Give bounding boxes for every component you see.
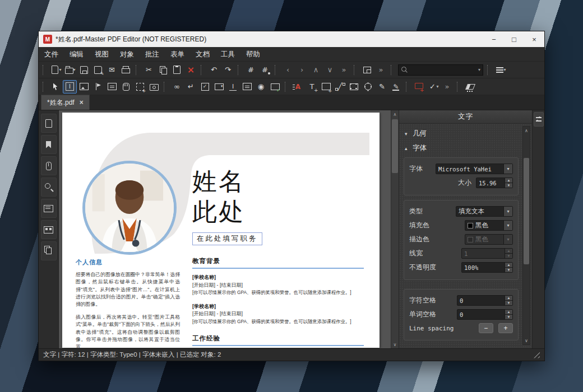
draw-line-tool-button[interactable]: ╱ <box>333 80 347 94</box>
geometry-section-header[interactable]: ▾ 几何 <box>405 129 532 138</box>
save-as-button[interactable] <box>91 63 105 77</box>
spinner-arrows[interactable]: ▲▼ <box>505 178 512 188</box>
job-title-field[interactable]: 在此处填写职务 <box>192 232 262 245</box>
add-image-tool-button[interactable] <box>319 80 333 94</box>
previous-page-button[interactable]: ‹ <box>281 63 295 77</box>
open-file-button[interactable]: ▾ <box>63 63 77 77</box>
search-box[interactable]: ▾ <box>398 64 483 76</box>
search-dropdown-caret[interactable]: ▾ <box>478 67 480 72</box>
text-field-tool-button[interactable]: I <box>226 80 240 94</box>
document-viewport[interactable]: 姓名 此处 在此处填写职务 个人信息 想要将自己的图像放在圆圈中？非常简单！选择… <box>59 110 399 348</box>
search-panel-button[interactable] <box>41 178 57 197</box>
panel-scroll-up-arrow[interactable]: ∧ <box>523 127 530 134</box>
menu-item[interactable]: 文件 <box>39 47 64 62</box>
add-text-tool-button[interactable]: T <box>305 80 319 94</box>
fill-color-select[interactable]: 黑色 ▾ <box>465 220 513 231</box>
word-spacing-stepper[interactable]: 0 ▲▼ <box>457 309 513 320</box>
select-tool-button[interactable] <box>49 80 63 94</box>
personal-info-paragraph-2[interactable]: 插入图像后，再次将其选中。转至"图片工具格式"菜单。单击"裁剪"下面的向下箭头，… <box>76 314 180 348</box>
form-fields-panel-button[interactable] <box>41 199 57 218</box>
page-down-button[interactable]: ∨ <box>323 63 337 77</box>
pages-panel-button[interactable] <box>41 114 57 133</box>
snapshot-tool-button[interactable] <box>147 80 161 94</box>
radio-button-field-tool-button[interactable]: ◉ <box>254 80 268 94</box>
scroll-down-arrow[interactable]: ∨ <box>391 340 399 348</box>
education-entry[interactable]: [学校名称] [开始日期] - [结束日期] [你可以尽情展示你的 GPA、获得… <box>192 274 364 296</box>
undo-button[interactable]: ↶ <box>207 63 221 77</box>
toolbar-overflow-button[interactable]: » <box>440 80 454 94</box>
menu-item[interactable]: 表单 <box>165 47 190 62</box>
search-input[interactable] <box>409 67 478 73</box>
edit-text-tool-button[interactable]: I <box>63 80 77 94</box>
menu-item[interactable]: 视图 <box>89 47 114 62</box>
menu-item[interactable]: 批注 <box>140 47 165 62</box>
font-family-select[interactable]: Microsoft YaHei ▾ <box>436 164 513 174</box>
copy-button[interactable] <box>156 63 170 77</box>
pencil-tool-button[interactable]: ✎ <box>375 80 389 94</box>
signature-tool-button[interactable]: ✎ <box>389 80 403 94</box>
cut-button[interactable]: ✂ <box>142 63 156 77</box>
personal-info-heading[interactable]: 个人信息 <box>76 258 180 267</box>
hand-tool-button[interactable] <box>119 80 133 94</box>
next-page-button[interactable]: › <box>295 63 309 77</box>
toolbar-overflow-button[interactable]: » <box>374 63 388 77</box>
font-size-stepper[interactable]: 15.96 ▲▼ <box>476 178 513 188</box>
toolbar-overflow-button[interactable]: » <box>337 63 351 77</box>
pdf-page[interactable]: 姓名 此处 在此处填写职务 个人信息 想要将自己的图像放在圆圈中？非常简单！选择… <box>62 113 380 348</box>
eraser-tool-button[interactable] <box>463 80 477 94</box>
select-area-tool-button[interactable] <box>133 80 147 94</box>
char-spacing-stepper[interactable]: 0 ▲▼ <box>457 295 513 306</box>
render-type-select[interactable]: 填充文本 ▾ <box>456 206 513 217</box>
font-section-header[interactable]: ▴ 字体 <box>405 143 532 153</box>
note-field-tool-button[interactable]: ↵ <box>184 80 198 94</box>
approve-check-button[interactable]: ✓▾ <box>426 80 440 94</box>
document-tab[interactable]: *姓名.pdf × <box>41 95 90 110</box>
push-button-field-tool-button[interactable] <box>268 80 282 94</box>
document-scrollbar[interactable]: ∧ ∨ <box>391 110 399 348</box>
edit-image-tool-button[interactable] <box>77 80 91 94</box>
panel-scrollbar[interactable]: ∧ ∨ <box>522 126 530 345</box>
page-up-button[interactable]: ∧ <box>309 63 323 77</box>
menu-item[interactable]: 工具 <box>215 47 240 62</box>
work-heading[interactable]: 工作经验 <box>192 334 364 346</box>
list-box-field-tool-button[interactable] <box>240 80 254 94</box>
profile-photo[interactable] <box>82 161 177 255</box>
highlight-text-tool-button[interactable]: A <box>291 80 305 94</box>
personal-info-paragraph-1[interactable]: 想要将自己的图像放在圆圈中？非常简单！选择图像，然后鼠标右键单击。从快捷菜单中选… <box>76 271 180 309</box>
delete-button[interactable]: × <box>184 63 198 77</box>
attachments-panel-button[interactable] <box>41 156 57 175</box>
link-tool-button[interactable]: ∞ <box>170 80 184 94</box>
checkbox-field-tool-button[interactable] <box>198 80 212 94</box>
tab-close-icon[interactable]: × <box>80 99 84 106</box>
show-grid-button[interactable]: # <box>244 63 258 77</box>
scroll-up-arrow[interactable]: ∧ <box>391 110 399 118</box>
maximize-button[interactable]: □ <box>504 31 524 47</box>
combo-box-field-tool-button[interactable] <box>212 80 226 94</box>
paste-button[interactable] <box>170 63 184 77</box>
resume-name-line1[interactable]: 姓名 <box>192 166 364 197</box>
fit-page-button[interactable] <box>360 63 374 77</box>
save-button[interactable] <box>77 63 91 77</box>
close-button[interactable]: × <box>524 31 544 47</box>
draw-ellipse-tool-button[interactable] <box>361 80 375 94</box>
menu-item[interactable]: 文档 <box>190 47 215 62</box>
line-spacing-decrease-button[interactable]: − <box>479 323 493 333</box>
resize-grip[interactable] <box>533 352 540 358</box>
signatures-panel-button[interactable] <box>41 220 57 239</box>
draw-rectangle-tool-button[interactable] <box>347 80 361 94</box>
education-entry[interactable]: [学校名称] [开始日期] - [结束日期] [你可以尽情展示你的 GPA、获得… <box>192 303 364 325</box>
edit-vertex-tool-button[interactable] <box>91 80 105 94</box>
panel-options-button[interactable] <box>534 112 544 127</box>
spinner-arrows[interactable]: ▲▼ <box>505 296 512 305</box>
menu-item[interactable]: 帮助 <box>240 47 266 62</box>
spinner-arrows[interactable]: ▲▼ <box>505 310 512 319</box>
menu-item[interactable]: 对象 <box>114 47 140 62</box>
layers-panel-button[interactable] <box>41 241 57 260</box>
redo-button[interactable]: ↷ <box>221 63 235 77</box>
print-button[interactable] <box>119 63 133 77</box>
menu-item[interactable]: 编辑 <box>64 47 89 62</box>
education-heading[interactable]: 教育背景 <box>192 257 364 269</box>
panel-scroll-down-arrow[interactable]: ∨ <box>523 337 530 344</box>
scrollbar-thumb[interactable] <box>392 119 398 173</box>
email-button[interactable]: ✉ <box>105 63 119 77</box>
